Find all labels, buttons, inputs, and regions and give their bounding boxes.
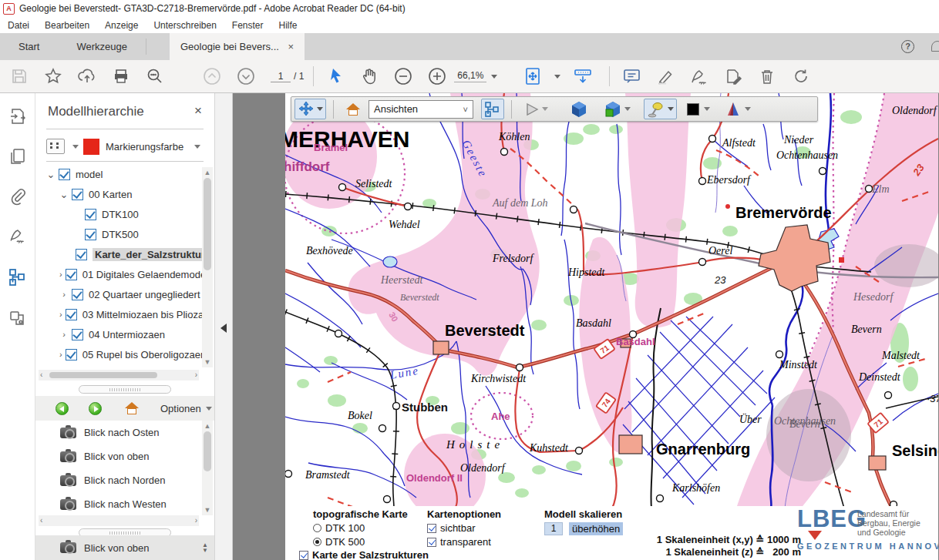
view-item-1[interactable]: Blick von oben xyxy=(35,444,202,468)
visible-checkbox[interactable] xyxy=(427,524,436,533)
background-color-button[interactable] xyxy=(685,99,712,119)
transparent-checkbox[interactable] xyxy=(427,538,436,547)
tree-checkbox[interactable] xyxy=(59,169,70,180)
tree-item-03-mittelmiozaen-bis-pliozae[interactable]: ›03 Mittelmiozaen bis Pliozae xyxy=(35,304,202,324)
3d-info-icon[interactable] xyxy=(8,309,27,330)
tree-checkbox[interactable] xyxy=(66,269,77,280)
current-view-bar[interactable]: Blick von oben ▲▼ xyxy=(35,535,214,560)
marker-color-swatch[interactable] xyxy=(83,139,99,155)
tree-checkbox[interactable] xyxy=(76,249,87,260)
menu-anzeige[interactable]: Anzeige xyxy=(97,20,146,31)
previous-page-icon[interactable] xyxy=(200,65,224,88)
tree-horizontal-scrollbar[interactable]: ‹ › xyxy=(39,370,199,381)
tree-checkbox[interactable] xyxy=(66,309,77,320)
toggle-model-tree-button[interactable] xyxy=(481,99,504,119)
tab-document[interactable]: Geologie bei Bevers... × xyxy=(170,33,305,60)
signature-panel-icon[interactable] xyxy=(8,227,27,249)
page-number-input[interactable]: 1 xyxy=(271,71,291,82)
menu-bearbeiten[interactable]: Bearbeiten xyxy=(37,20,97,31)
fit-dropdown-caret[interactable] xyxy=(554,75,560,79)
tree-checkbox[interactable] xyxy=(72,189,83,200)
previous-view-button[interactable] xyxy=(56,402,69,415)
view-item-3[interactable]: Blick nach Westen xyxy=(35,492,202,516)
views-horizontal-scrollbar[interactable]: ‹ › xyxy=(39,515,199,526)
tree-item-05-rupel-bis-oberoligozaen[interactable]: ›05 Rupel bis Oberoligozaen xyxy=(35,344,202,364)
play-animation-button[interactable] xyxy=(522,99,550,119)
3d-home-button[interactable] xyxy=(344,99,362,119)
menu-hilfe[interactable]: Hilfe xyxy=(271,20,305,31)
marker-color-caret[interactable] xyxy=(194,145,200,149)
search-icon[interactable] xyxy=(143,65,167,88)
tree-item-dtk500[interactable]: DTK500 xyxy=(35,224,202,244)
tree-checkbox[interactable] xyxy=(85,209,96,220)
views-combobox[interactable]: Ansichten˅ xyxy=(369,100,473,119)
tree-item-karte-der-salzstrukture[interactable]: Karte_der_Salzstrukture xyxy=(35,244,202,264)
tree-item-01-digitales-gelaendemodell[interactable]: ›01 Digitales Gelaendemodell xyxy=(35,264,202,284)
lighting-button[interactable] xyxy=(644,99,677,119)
zoom-out-icon[interactable] xyxy=(392,65,415,88)
tab-start[interactable]: Start xyxy=(0,33,58,60)
highlight-icon[interactable] xyxy=(654,65,677,88)
tree-vertical-scrollbar[interactable]: ▲ ▼ xyxy=(202,167,213,367)
tree-item-00-karten[interactable]: ⌄00 Karten xyxy=(35,184,202,204)
notification-bell-icon[interactable] xyxy=(931,41,939,52)
fit-page-icon[interactable] xyxy=(521,65,544,88)
tab-werkzeuge[interactable]: Werkzeuge xyxy=(58,33,146,60)
view-item-0[interactable]: Blick nach Osten xyxy=(35,421,202,444)
fill-sign-icon[interactable] xyxy=(722,65,745,88)
use-3d-tool-button[interactable] xyxy=(567,99,591,119)
tree-options-button[interactable] xyxy=(46,139,65,154)
menu-datei[interactable]: Datei xyxy=(0,20,37,31)
menu-unterschreiben[interactable]: Unterschreiben xyxy=(146,20,224,31)
zoom-level-label[interactable]: 66,1% xyxy=(454,70,486,82)
tab-close-icon[interactable]: × xyxy=(288,41,294,52)
default-view-home-icon[interactable] xyxy=(125,402,139,414)
toolbar-dock-icon[interactable] xyxy=(571,65,594,88)
view-spinner[interactable]: ▲▼ xyxy=(202,542,208,553)
panel-splitter-top[interactable] xyxy=(79,385,171,394)
print-icon[interactable] xyxy=(109,65,133,88)
pages-thumbnails-icon[interactable] xyxy=(8,147,27,169)
tree-item-dtk100[interactable]: DTK100 xyxy=(35,204,202,224)
scale-mode-button[interactable]: überhöhen xyxy=(569,522,623,535)
next-page-icon[interactable] xyxy=(234,65,257,88)
share-cloud-icon[interactable] xyxy=(76,65,99,88)
select-tool-icon[interactable] xyxy=(324,65,347,88)
attachments-icon[interactable] xyxy=(8,187,27,209)
collapse-panel-icon[interactable] xyxy=(220,324,227,333)
tree-item-02-quartaer-ungegliedert[interactable]: ›02 Quartaer ungegliedert xyxy=(35,284,202,304)
dtk100-radio[interactable] xyxy=(313,524,321,532)
delete-icon[interactable] xyxy=(756,65,779,88)
tree-item-04-untermiozaen[interactable]: ›04 Untermiozaen xyxy=(35,324,202,344)
views-options-label[interactable]: Optionen xyxy=(160,403,201,414)
panel-close-icon[interactable]: × xyxy=(194,103,202,119)
render-mode-button[interactable] xyxy=(601,99,633,119)
rotate-pan-tool-button[interactable] xyxy=(294,99,326,119)
pdf-page[interactable]: 717471 MERHAVENBremervördeBeverstedtGnar… xyxy=(285,93,938,560)
sign-pen-icon[interactable] xyxy=(688,65,711,88)
hand-tool-icon[interactable] xyxy=(358,65,381,88)
view-item-2[interactable]: Blick nach Norden xyxy=(35,468,202,492)
salt-map-checkbox[interactable] xyxy=(299,551,308,560)
star-icon[interactable] xyxy=(42,65,65,88)
tree-checkbox[interactable] xyxy=(66,349,77,360)
tree-checkbox[interactable] xyxy=(72,289,83,300)
help-icon[interactable]: ? xyxy=(901,40,914,53)
scale-value-input[interactable]: 1 xyxy=(544,522,563,535)
save-icon[interactable] xyxy=(8,65,31,88)
tree-item-model[interactable]: ⌄model xyxy=(35,164,202,184)
dtk500-radio[interactable] xyxy=(313,538,321,546)
menu-fenster[interactable]: Fenster xyxy=(224,20,271,31)
model-tree-panel-icon[interactable] xyxy=(8,267,28,290)
refresh-icon[interactable] xyxy=(789,65,813,88)
export-pdf-icon[interactable] xyxy=(8,107,27,129)
next-view-button[interactable] xyxy=(89,402,102,415)
tree-checkbox[interactable] xyxy=(85,229,96,240)
views-vertical-scrollbar[interactable]: ▲ ▼ xyxy=(202,421,213,515)
tree-checkbox[interactable] xyxy=(72,329,83,340)
comment-icon[interactable] xyxy=(620,65,643,88)
zoom-dropdown-caret[interactable] xyxy=(491,75,497,79)
cross-section-button[interactable] xyxy=(722,99,753,119)
map-3d-annotation[interactable]: 717471 MERHAVENBremervördeBeverstedtGnar… xyxy=(285,93,938,560)
zoom-in-icon[interactable] xyxy=(426,65,449,88)
